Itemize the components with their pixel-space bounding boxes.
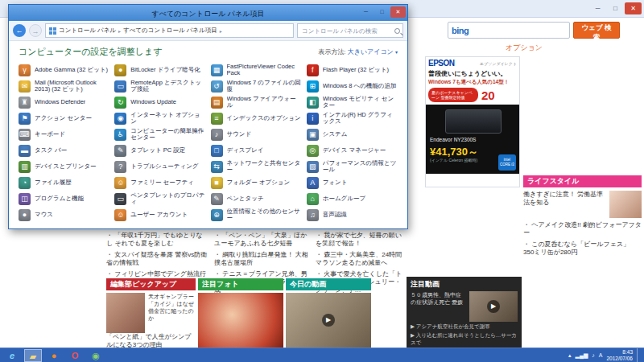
volume-icon[interactable]: ♪ xyxy=(592,352,595,358)
featured-video-thumbnail[interactable]: ▶ xyxy=(469,291,518,322)
control-panel-item[interactable]: ♿コンピューターの簡単操作センター xyxy=(114,126,205,142)
lifestyle-link[interactable]: ・ この夏呑むなら「ビールフェス」 350ミリ缶が280円 xyxy=(523,241,642,257)
user-accounts-icon: ☺ xyxy=(114,209,126,221)
news-link[interactable]: ・ 「年収1千万円」でもゆとりなし それでも夏を楽しむ xyxy=(106,232,208,248)
control-panel-search-input[interactable] xyxy=(300,27,394,35)
control-panel-item[interactable]: ⊞Windows 8 への機能の追加 xyxy=(307,78,398,94)
control-panel-item[interactable]: ◉インターネット オプション xyxy=(114,110,205,126)
control-panel-item[interactable]: ♜Windows Defender xyxy=(19,94,109,110)
control-panel-item[interactable]: ⊕位置情報とその他のセンサー xyxy=(211,207,302,223)
control-panel-item[interactable]: ✎ペンとタッチ xyxy=(211,191,302,207)
control-panel-item[interactable]: ◫プログラムと機能 xyxy=(19,191,109,207)
control-panel-item[interactable]: ▥デバイスとプリンター xyxy=(19,158,109,175)
opera-taskbar-icon[interactable]: O xyxy=(66,349,84,362)
browser-maximize-button[interactable]: □ xyxy=(607,2,624,14)
editorial-link[interactable]: 「ペンと紙」で人生がシンプルになる3つの理由 xyxy=(106,333,196,348)
maximize-button[interactable]: □ xyxy=(374,6,390,18)
control-panel-item[interactable]: ♫音声認識 xyxy=(307,207,398,223)
network-icon[interactable]: ▂▄▆ xyxy=(576,352,588,359)
ie-taskbar-icon[interactable]: e xyxy=(3,349,21,362)
control-panel-item-label: Mail (Microsoft Outlook 2013) (32 ビット) xyxy=(35,80,109,93)
ime-indicator[interactable]: A xyxy=(599,352,603,358)
control-panel-item[interactable]: ◧Windows モビリティ センター xyxy=(307,94,398,110)
news-link[interactable]: ・ 「ペン・ペン」「大泉」ほか ユーモアあふれる七夕短冊 xyxy=(214,232,309,248)
news-link[interactable]: ・ 我が家で七夕、短冊の願いを笑顔で報告！ xyxy=(316,232,406,248)
control-panel-item[interactable]: fFlash Player (32 ビット) xyxy=(307,62,398,78)
minimize-button[interactable]: ─ xyxy=(358,6,374,18)
control-panel-item-label: キーボード xyxy=(35,131,65,138)
control-panel-item[interactable]: ■フォルダー オプション xyxy=(211,175,302,191)
lifestyle-lead-link[interactable]: 働きすぎに注意！ 労働基準法を知る xyxy=(523,191,606,218)
control-panel-window: すべてのコントロール パネル項目 ─ □ ✕ ← → コントロール パネル ▸ … xyxy=(8,4,408,229)
control-panel-item[interactable]: ▣システム xyxy=(307,126,398,142)
control-panel-item[interactable]: ◔ファイル履歴 xyxy=(19,175,109,191)
control-panel-item[interactable]: iインテル(R) HD グラフィックス xyxy=(307,110,398,126)
web-search-input[interactable] xyxy=(472,25,566,36)
featured-video-header[interactable]: 注目動画 xyxy=(407,277,522,291)
window-title: すべてのコントロール パネル項目 xyxy=(151,10,264,18)
featured-video-link[interactable]: ▶ 入り込む所に連れ出そうとしたら…サーカスで xyxy=(407,331,522,347)
browser-minimize-button[interactable]: ─ xyxy=(589,2,606,14)
news-link[interactable]: ・ 女スパイ疑惑を暴露 警察vs防衛省の情報戦 xyxy=(106,251,208,267)
control-panel-item[interactable]: □ディスプレイ xyxy=(211,142,302,158)
featured-video-link[interactable]: ▶ アシアナ航空社長が会見で謝罪 xyxy=(407,322,522,331)
control-panel-item[interactable]: ⇆ネットワークと共有センター xyxy=(211,158,302,175)
control-panel-item[interactable]: ≡インデックスのオプション xyxy=(211,110,302,126)
control-panel-item[interactable]: Aフォント xyxy=(307,175,398,191)
control-panel-item[interactable]: ●BitLocker ドライブ暗号化 xyxy=(114,62,205,78)
control-panel-item[interactable]: γAdobe Gamma (32 ビット) xyxy=(19,62,109,78)
control-panel-item[interactable]: ↺Windows 7 のファイルの回復 xyxy=(211,78,302,94)
breadcrumb-root[interactable]: コントロール パネル xyxy=(59,27,116,35)
options-link[interactable]: オプション xyxy=(506,43,543,53)
control-panel-titlebar[interactable]: すべてのコントロール パネル項目 ─ □ ✕ xyxy=(9,5,407,21)
control-panel-item[interactable]: ▨パフォーマンスの情報とツール xyxy=(307,158,398,175)
control-panel-item[interactable]: ◎デバイス マネージャー xyxy=(307,142,398,158)
control-panel-item[interactable]: ✉Mail (Microsoft Outlook 2013) (32 ビット) xyxy=(19,78,109,94)
editorial-header[interactable]: 編集部ピックアップ xyxy=(106,278,196,290)
control-panel-item[interactable]: ▭ペンタブレットのプロパティ xyxy=(114,191,205,207)
control-panel-item[interactable]: ⚑アクション センター xyxy=(19,110,109,126)
breadcrumb-current[interactable]: すべてのコントロール パネル項目 xyxy=(123,27,217,35)
close-button[interactable]: ✕ xyxy=(390,6,406,18)
chrome-taskbar-icon[interactable]: ◉ xyxy=(87,349,105,362)
control-panel-item[interactable]: ↻Windows Update xyxy=(114,94,205,110)
featured-photo-header[interactable]: 注目フォト xyxy=(198,278,283,290)
web-search-button[interactable]: ウェブ 検索 xyxy=(573,22,620,39)
control-panel-item[interactable]: ⌂ホームグループ xyxy=(307,191,398,207)
control-panel-heading: コンピューターの設定を調整します xyxy=(19,46,163,58)
control-panel-item[interactable]: ?トラブルシューティング xyxy=(114,158,205,175)
breadcrumb[interactable]: コントロール パネル ▸ すべてのコントロール パネル項目 ▸ xyxy=(45,23,294,38)
control-panel-item[interactable]: ☺ユーザー アカウント xyxy=(114,207,205,223)
news-link[interactable]: ・ 森三中・大島美幸、24時間マラソン走るため減量へ xyxy=(316,251,406,267)
today-video-header[interactable]: 今日の動画 xyxy=(286,278,371,290)
featured-photo[interactable] xyxy=(198,293,283,348)
today-video-thumbnail[interactable]: ▶ xyxy=(286,293,371,348)
control-panel-item[interactable]: ⌨キーボード xyxy=(19,126,109,142)
editorial-photo[interactable] xyxy=(106,293,145,333)
taskbar-clock[interactable]: 8:43 2012/07/06 xyxy=(606,349,633,361)
lifestyle-link[interactable]: ・ ヘアメイク改造!! 劇的ビフォーアフター xyxy=(523,221,642,237)
epson-ad[interactable]: EPSON エプソンダイレクト 普段使いにちょうどいい。 Windows 7も選… xyxy=(425,56,520,187)
back-button[interactable]: ← xyxy=(13,24,26,37)
control-panel-item[interactable]: ▭RemoteApp とデスクトップ接続 xyxy=(114,78,205,94)
tray-expand-icon[interactable]: ▴ xyxy=(568,352,572,359)
firefox-taskbar-icon[interactable]: ● xyxy=(45,349,63,362)
lifestyle-header[interactable]: ライフスタイル xyxy=(523,175,642,187)
news-link[interactable]: ・ 綱取り挑戦は白星発進！ 大相撲名古屋場所 xyxy=(214,251,309,267)
file-explorer-taskbar-icon[interactable]: ▰ xyxy=(24,349,42,362)
control-panel-item[interactable]: ♪サウンド xyxy=(211,126,302,142)
show-desktop-button[interactable] xyxy=(637,348,641,362)
flash-player-icon: f xyxy=(307,64,319,76)
browser-close-button[interactable]: ✕ xyxy=(625,2,642,14)
control-panel-item[interactable]: ▦FastPictureViewer Codec Pack xyxy=(211,62,302,78)
control-panel-item[interactable]: ●マウス xyxy=(19,207,109,223)
control-panel-item[interactable]: ☺ファミリー セーフティ xyxy=(114,175,205,191)
control-panel-item[interactable]: ✎タブレット PC 設定 xyxy=(114,142,205,158)
lifestyle-photo[interactable] xyxy=(609,191,642,218)
control-panel-item[interactable]: ▤Windows ファイアウォール xyxy=(211,94,302,110)
featured-video-lead-link[interactable]: ５０歳男性、熱中症の症状訴え死亡 愛媛 xyxy=(411,291,466,322)
control-panel-item[interactable]: ▬タスク バー xyxy=(19,142,109,158)
view-by-value[interactable]: 大きいアイコン xyxy=(348,48,394,56)
editorial-lead-link[interactable]: 天才ギャンブラー「カイジ」はなぜ借金苦に陥ったのか xyxy=(148,293,196,333)
forward-button[interactable]: → xyxy=(29,24,42,37)
